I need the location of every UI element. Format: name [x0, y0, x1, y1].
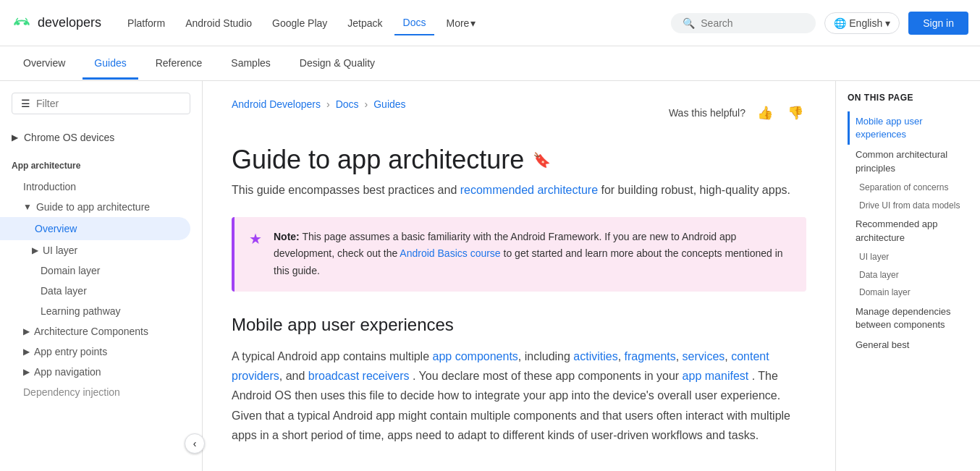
- note-text: Note: This page assumes a basic familiar…: [274, 229, 792, 280]
- tab-design-quality[interactable]: Design & Quality: [288, 48, 386, 80]
- nav-android-studio[interactable]: Android Studio: [177, 12, 261, 35]
- app-components-link[interactable]: app components: [433, 350, 518, 362]
- chevron-right-icon4: ▶: [23, 367, 30, 377]
- android-logo-icon: [12, 15, 32, 31]
- fragments-link[interactable]: fragments: [625, 350, 676, 362]
- sidebar-item-arch-components[interactable]: ▶ Architecture Components: [0, 321, 202, 341]
- sidebar-section-app-arch: App architecture: [0, 155, 202, 177]
- thumbs-down-button[interactable]: 👎: [785, 102, 806, 124]
- search-bar[interactable]: 🔍: [671, 13, 816, 33]
- sidebar-item-chrome-os[interactable]: ▶ Chrome OS devices: [0, 126, 202, 149]
- chevron-down-small-icon: ▼: [23, 202, 32, 212]
- filter-container[interactable]: ☰: [12, 93, 190, 114]
- svg-line-4: [16, 18, 18, 21]
- toc-item-manage-deps[interactable]: Manage dependencies between components: [848, 302, 968, 335]
- right-sidebar-toc: On this page Mobile app user experiences…: [835, 81, 980, 471]
- svg-line-5: [25, 18, 28, 21]
- sidebar-item-introduction[interactable]: Introduction: [0, 177, 202, 197]
- section-heading-mobile-ux: Mobile app user experiences: [232, 315, 806, 335]
- logo[interactable]: developers: [12, 15, 101, 31]
- breadcrumb-row: Android Developers › Docs › Guides Was t…: [232, 98, 806, 127]
- main-content: Android Developers › Docs › Guides Was t…: [203, 81, 835, 471]
- collapse-icon: ‹: [193, 438, 197, 449]
- page-title: Guide to app architecture 🔖: [232, 145, 806, 175]
- sign-in-button[interactable]: Sign in: [908, 12, 968, 35]
- nav-docs[interactable]: Docs: [394, 11, 435, 35]
- nav-jetpack[interactable]: Jetpack: [339, 12, 391, 35]
- toc-item-ui-layer[interactable]: UI layer: [848, 248, 968, 266]
- toc-item-recommended-arch[interactable]: Recommended app architecture: [848, 214, 968, 247]
- note-box: ★ Note: This page assumes a basic famili…: [232, 217, 806, 292]
- helpful-row: Was this helpful? 👍 👎: [669, 102, 806, 124]
- toc-item-drive-ui[interactable]: Drive UI from data models: [848, 197, 968, 215]
- nav-google-play[interactable]: Google Play: [263, 12, 336, 35]
- services-link[interactable]: services: [683, 350, 725, 362]
- breadcrumb-sep-1: ›: [326, 98, 330, 110]
- breadcrumb-docs[interactable]: Docs: [336, 98, 359, 110]
- breadcrumb: Android Developers › Docs › Guides: [232, 98, 406, 110]
- filter-input-field[interactable]: [36, 98, 181, 109]
- sidebar-item-dep-injection[interactable]: Dependency injection: [0, 382, 202, 402]
- sidebar-item-guide[interactable]: ▼ Guide to app architecture: [0, 197, 202, 217]
- tab-guides[interactable]: Guides: [83, 48, 138, 80]
- chevron-right-icon3: ▶: [23, 347, 30, 357]
- sidebar-item-ui-layer[interactable]: ▶ UI layer: [0, 240, 202, 260]
- svg-point-3: [24, 21, 25, 22]
- tab-reference[interactable]: Reference: [144, 48, 214, 80]
- breadcrumb-guides[interactable]: Guides: [373, 98, 405, 110]
- toc-item-domain-layer[interactable]: Domain layer: [848, 284, 968, 302]
- chevron-right-icon2: ▶: [23, 326, 30, 336]
- section-body-mobile-ux: A typical Android app contains multiple …: [232, 347, 806, 445]
- sidebar-item-navigation[interactable]: ▶ App navigation: [0, 362, 202, 382]
- left-sidebar: ☰ ▶ Chrome OS devices App architecture I…: [0, 81, 203, 471]
- sidebar-item-entry-points[interactable]: ▶ App entry points: [0, 341, 202, 362]
- filter-icon: ☰: [21, 98, 30, 109]
- search-icon: 🔍: [683, 17, 695, 29]
- top-navigation: developers Platform Android Studio Googl…: [0, 0, 980, 46]
- nav-links: Platform Android Studio Google Play Jetp…: [119, 11, 671, 35]
- android-basics-link[interactable]: Android Basics course: [400, 247, 500, 259]
- chevron-down-icon: ▾: [885, 17, 890, 29]
- sidebar-item-overview[interactable]: Overview: [0, 217, 190, 240]
- nav-more[interactable]: More ▾: [437, 12, 484, 35]
- second-navigation: Overview Guides Reference Samples Design…: [0, 46, 980, 81]
- page-intro: This guide encompasses best practices an…: [232, 181, 806, 200]
- sidebar-wrapper: ☰ ▶ Chrome OS devices App architecture I…: [0, 81, 203, 471]
- toc-title: On this page: [848, 93, 968, 103]
- globe-icon: 🌐: [834, 17, 846, 29]
- star-icon: ★: [249, 230, 262, 280]
- logo-text: developers: [38, 15, 101, 30]
- activities-link[interactable]: activities: [573, 350, 617, 362]
- nav-platform[interactable]: Platform: [119, 12, 174, 35]
- search-input[interactable]: [701, 17, 787, 29]
- app-manifest-link[interactable]: app manifest: [683, 370, 749, 382]
- helpful-label: Was this helpful?: [669, 107, 745, 119]
- bookmark-icon[interactable]: 🔖: [533, 151, 551, 169]
- svg-point-2: [18, 21, 20, 22]
- nav-right: 🔍 🌐 English ▾ Sign in: [671, 12, 968, 35]
- tab-overview[interactable]: Overview: [12, 48, 77, 80]
- toc-item-general-best[interactable]: General best: [848, 335, 968, 355]
- chevron-right-icon: ▶: [12, 132, 18, 143]
- main-layout: ☰ ▶ Chrome OS devices App architecture I…: [0, 81, 980, 471]
- tab-samples[interactable]: Samples: [219, 48, 282, 80]
- sidebar-item-data-layer[interactable]: Data layer: [0, 281, 202, 301]
- sidebar-item-domain-layer[interactable]: Domain layer: [0, 260, 202, 281]
- breadcrumb-sep-2: ›: [365, 98, 368, 110]
- toc-item-separation[interactable]: Separation of concerns: [848, 179, 968, 197]
- thumbs-up-button[interactable]: 👍: [754, 102, 776, 124]
- sidebar-collapse-button[interactable]: ‹: [185, 433, 205, 454]
- chevron-down-icon: ▾: [470, 17, 476, 29]
- toc-item-common-arch[interactable]: Common architectural principles: [848, 145, 968, 178]
- breadcrumb-android-developers[interactable]: Android Developers: [232, 98, 321, 110]
- toc-item-mobile-ux[interactable]: Mobile app user experiences: [848, 111, 968, 145]
- toc-item-data-layer[interactable]: Data layer: [848, 266, 968, 284]
- recommended-arch-link[interactable]: recommended architecture: [460, 184, 598, 196]
- broadcast-receivers-link[interactable]: broadcast receivers: [308, 370, 410, 382]
- sidebar-item-learning-pathway[interactable]: Learning pathway: [0, 301, 202, 321]
- chevron-right-small-icon: ▶: [32, 245, 38, 255]
- language-button[interactable]: 🌐 English ▾: [824, 12, 900, 34]
